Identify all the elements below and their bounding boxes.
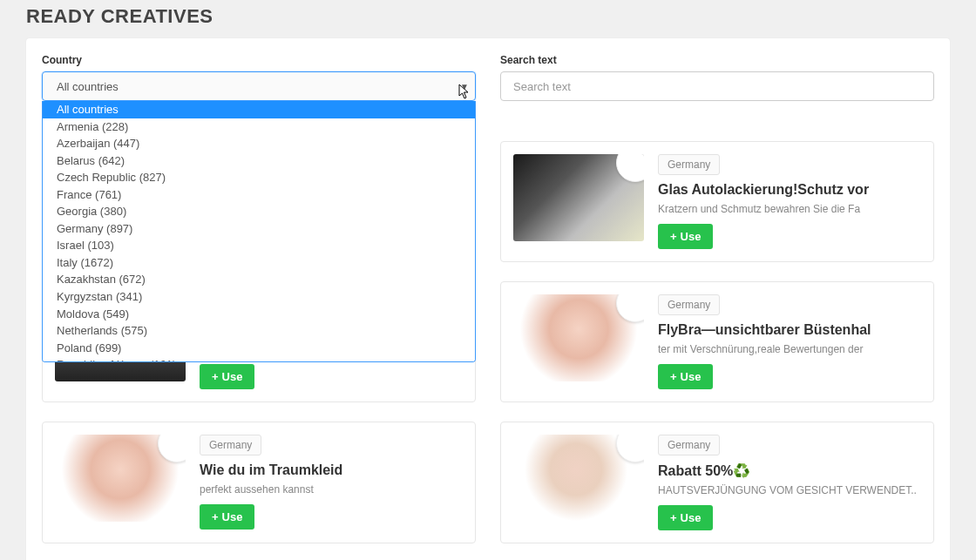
country-option[interactable]: Poland (699): [43, 340, 475, 357]
plus-icon: +: [670, 230, 677, 243]
country-option[interactable]: Kazakhstan (672): [43, 271, 475, 288]
country-tag: Germany: [200, 435, 261, 455]
use-button-label: Use: [681, 370, 702, 383]
creative-card: Germany Glas Autolackierung!Schutz vor K…: [500, 141, 934, 262]
use-button[interactable]: +Use: [658, 505, 713, 530]
badge-icon: [158, 435, 186, 462]
use-button-label: Use: [222, 510, 243, 523]
main-panel: Country All countries ▼ All countriesArm…: [26, 38, 950, 560]
badge-icon: [616, 294, 644, 322]
badge-icon: [616, 154, 644, 182]
creative-desc: HAUTSVERJÜNGUNG VOM GESICHT VERWENDET..: [658, 484, 921, 496]
creative-thumbnail: [513, 294, 644, 381]
search-label: Search text: [500, 54, 934, 66]
plus-icon: +: [670, 370, 677, 383]
country-option[interactable]: France (761): [43, 186, 475, 204]
creative-card: Germany FlyBra—unsichtbarer Büstenhal te…: [500, 281, 934, 402]
use-button[interactable]: +Use: [658, 364, 713, 389]
plus-icon: +: [212, 370, 219, 383]
creative-title: Wie du im Traumkleid: [200, 462, 463, 478]
country-select-wrap: All countries ▼ All countriesArmenia (22…: [42, 71, 476, 101]
creative-thumbnail: [513, 154, 644, 241]
country-tag: Germany: [658, 154, 720, 175]
country-option[interactable]: Azerbaijan (447): [43, 135, 475, 152]
creative-title: Glas Autolackierung!Schutz vor: [658, 182, 921, 198]
search-filter: Search text: [500, 54, 934, 101]
country-dropdown[interactable]: All countriesArmenia (228)Azerbaijan (44…: [42, 101, 476, 362]
creative-title: FlyBra—unsichtbarer Büstenhal: [658, 322, 921, 338]
country-tag: Germany: [658, 294, 720, 315]
country-select-value: All countries: [57, 80, 119, 93]
use-button-label: Use: [681, 511, 702, 524]
country-option[interactable]: Georgia (380): [43, 203, 475, 220]
creative-thumbnail: [513, 435, 644, 522]
creative-body: Germany FlyBra—unsichtbarer Büstenhal te…: [658, 294, 921, 389]
creative-desc: ter mit Verschnürung,reale Bewertungen d…: [658, 343, 921, 355]
creative-thumbnail: [55, 435, 186, 522]
country-option[interactable]: Israel (103): [43, 237, 475, 254]
country-option[interactable]: Czech Republic (827): [43, 169, 475, 186]
country-option[interactable]: Netherlands (575): [43, 322, 475, 340]
search-input[interactable]: [500, 71, 934, 101]
country-option[interactable]: Belarus (642): [43, 152, 475, 170]
use-button[interactable]: +Use: [658, 224, 713, 249]
badge-icon: [616, 435, 644, 462]
filters-row: Country All countries ▼ All countriesArm…: [42, 54, 934, 101]
country-option[interactable]: Kyrgyzstan (341): [43, 288, 475, 306]
plus-icon: +: [212, 510, 219, 523]
creative-desc: Kratzern und Schmutz bewahren Sie die Fa: [658, 203, 921, 215]
plus-icon: +: [670, 511, 677, 524]
use-button[interactable]: +Use: [200, 504, 254, 530]
page-title: READY CREATIVES: [0, 0, 976, 38]
creative-desc: perfekt aussehen kannst: [200, 483, 463, 496]
country-option[interactable]: Italy (1672): [43, 254, 475, 272]
country-tag: Germany: [658, 435, 720, 455]
country-option[interactable]: Republic of Korea (161): [43, 356, 475, 362]
country-option[interactable]: Moldova (549): [43, 306, 475, 323]
country-filter: Country All countries ▼ All countriesArm…: [42, 54, 476, 101]
country-option[interactable]: Armenia (228): [43, 118, 475, 136]
country-option[interactable]: Germany (897): [43, 220, 475, 238]
creative-body: Germany Rabatt 50%♻️ HAUTSVERJÜNGUNG VOM…: [658, 435, 921, 530]
use-button[interactable]: +Use: [200, 364, 254, 389]
creative-card: Germany Wie du im Traumkleid perfekt aus…: [42, 422, 476, 543]
use-button-label: Use: [222, 370, 243, 383]
country-select[interactable]: All countries: [42, 71, 476, 101]
use-button-label: Use: [681, 230, 702, 243]
creative-body: Germany Wie du im Traumkleid perfekt aus…: [200, 435, 463, 530]
country-label: Country: [42, 54, 476, 66]
creative-card: Germany Rabatt 50%♻️ HAUTSVERJÜNGUNG VOM…: [500, 422, 934, 543]
creative-body: Germany Glas Autolackierung!Schutz vor K…: [658, 154, 921, 249]
creative-title: Rabatt 50%♻️: [658, 462, 921, 479]
country-option[interactable]: All countries: [43, 101, 475, 118]
